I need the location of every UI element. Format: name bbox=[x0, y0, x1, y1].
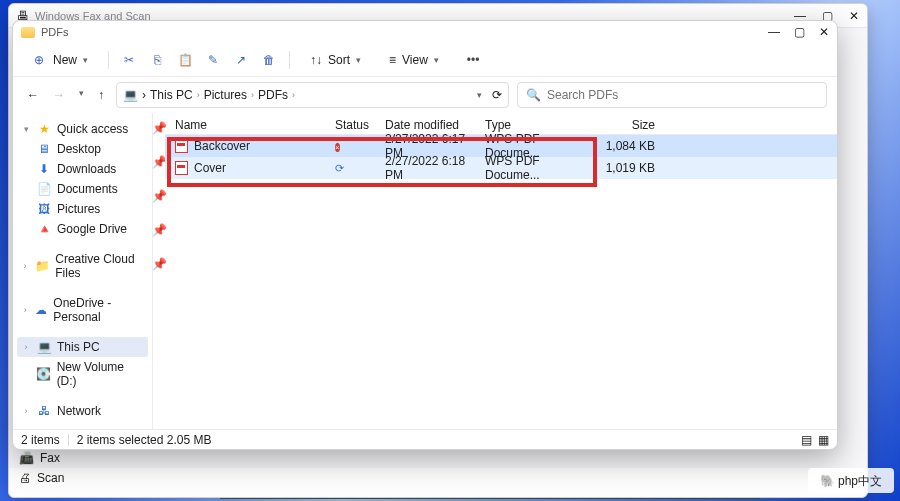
copy-button[interactable]: ⎘ bbox=[149, 52, 165, 68]
sidebar-item-desktop[interactable]: 🖥Desktop bbox=[17, 139, 148, 159]
chevron-down-icon: ▾ bbox=[83, 55, 88, 65]
chevron-down-icon: ▾ bbox=[356, 55, 361, 65]
plus-circle-icon: ⊕ bbox=[31, 52, 47, 68]
sidebar-item-googledrive[interactable]: 🔺Google Drive bbox=[17, 219, 148, 239]
view-icon: ≡ bbox=[389, 53, 396, 67]
rename-button[interactable]: ✎ bbox=[205, 52, 221, 68]
paste-button[interactable]: 📋 bbox=[177, 52, 193, 68]
status-sync-icon: ⟳ bbox=[335, 162, 344, 174]
thumbnails-view-button[interactable]: ▦ bbox=[818, 433, 829, 447]
share-button[interactable]: ↗ bbox=[233, 52, 249, 68]
up-button[interactable]: ↑ bbox=[98, 88, 104, 102]
more-button[interactable]: ••• bbox=[459, 49, 488, 71]
sidebar-item-documents[interactable]: 📄Documents bbox=[17, 179, 148, 199]
view-label: View bbox=[402, 53, 428, 67]
back-button[interactable]: ← bbox=[27, 88, 39, 102]
recent-locations-button[interactable]: ▾ bbox=[79, 88, 84, 102]
sidebar-onedrive[interactable]: ›☁OneDrive - Personal bbox=[17, 293, 148, 327]
col-date[interactable]: Date modified bbox=[385, 118, 485, 132]
pdf-icon bbox=[175, 161, 188, 175]
window-title: PDFs bbox=[41, 26, 69, 38]
col-type[interactable]: Type bbox=[485, 118, 595, 132]
status-error-icon: × bbox=[335, 143, 340, 152]
sidebar-new-volume[interactable]: 💽New Volume (D:) bbox=[17, 357, 148, 391]
separator bbox=[68, 434, 69, 446]
star-icon: ★ bbox=[37, 122, 51, 136]
col-size[interactable]: Size bbox=[595, 118, 655, 132]
file-size: 1,019 KB bbox=[595, 161, 655, 175]
file-date: 2/27/2022 6:18 PM bbox=[385, 154, 485, 182]
drive-icon: 🔺 bbox=[37, 222, 51, 236]
pdf-icon bbox=[175, 139, 188, 153]
scan-nav-item[interactable]: 🖨Scan bbox=[19, 468, 199, 488]
details-view-button[interactable]: ▤ bbox=[801, 433, 812, 447]
watermark: 🐘 php中文 bbox=[808, 468, 894, 493]
command-bar: ⊕ New ▾ ✂ ⎘ 📋 ✎ ↗ 🗑 ↑↓ Sort ▾ ≡ View ▾ •… bbox=[13, 43, 837, 77]
chevron-down-icon: ▾ bbox=[434, 55, 439, 65]
address-chevron-icon[interactable]: ▾ bbox=[477, 90, 482, 100]
network-icon: 🖧 bbox=[37, 404, 51, 418]
sort-label: Sort bbox=[328, 53, 350, 67]
sort-icon: ↑↓ bbox=[310, 53, 322, 67]
view-button[interactable]: ≡ View ▾ bbox=[381, 49, 447, 71]
close-button[interactable]: ✕ bbox=[849, 9, 859, 23]
file-name: Cover bbox=[194, 161, 226, 175]
explorer-titlebar[interactable]: PDFs — ▢ ✕ bbox=[13, 21, 837, 43]
pin-gutter: 📌 📌 📌 📌 📌 bbox=[153, 113, 165, 429]
navigation-pane: ▾★Quick access 🖥Desktop ⬇Downloads 📄Docu… bbox=[13, 113, 153, 429]
address-row: ← → ▾ ↑ 💻› This PC› Pictures› PDFs› ▾ ⟳ … bbox=[13, 77, 837, 113]
search-box[interactable]: 🔍 bbox=[517, 82, 827, 108]
document-icon: 📄 bbox=[37, 182, 51, 196]
pc-icon: 💻 bbox=[37, 340, 51, 354]
selection-info: 2 items selected 2.05 MB bbox=[77, 433, 212, 447]
separator bbox=[289, 51, 290, 69]
delete-button[interactable]: 🗑 bbox=[261, 52, 277, 68]
breadcrumb-pdfs[interactable]: PDFs› bbox=[258, 88, 295, 102]
minimize-button[interactable]: — bbox=[768, 25, 780, 39]
new-label: New bbox=[53, 53, 77, 67]
file-row[interactable]: Cover ⟳ 2/27/2022 6:18 PM WPS PDF Docume… bbox=[165, 157, 837, 179]
sidebar-creative-cloud[interactable]: ›📁Creative Cloud Files bbox=[17, 249, 148, 283]
search-icon: 🔍 bbox=[526, 88, 541, 102]
breadcrumb-thispc[interactable]: This PC› bbox=[150, 88, 200, 102]
file-size: 1,084 KB bbox=[595, 139, 655, 153]
search-input[interactable] bbox=[547, 88, 818, 102]
new-button[interactable]: ⊕ New ▾ bbox=[23, 48, 96, 72]
col-status[interactable]: Status bbox=[335, 118, 385, 132]
sidebar-this-pc[interactable]: ›💻This PC bbox=[17, 337, 148, 357]
file-name: Backcover bbox=[194, 139, 250, 153]
file-type: WPS PDF Docume... bbox=[485, 154, 595, 182]
folder-icon bbox=[21, 27, 35, 38]
forward-button[interactable]: → bbox=[53, 88, 65, 102]
pc-icon: 💻 bbox=[123, 88, 138, 102]
sidebar-item-pictures[interactable]: 🖼Pictures bbox=[17, 199, 148, 219]
refresh-button[interactable]: ⟳ bbox=[492, 88, 502, 102]
cut-button[interactable]: ✂ bbox=[121, 52, 137, 68]
file-explorer-window: PDFs — ▢ ✕ ⊕ New ▾ ✂ ⎘ 📋 ✎ ↗ 🗑 ↑↓ Sort ▾… bbox=[12, 20, 838, 450]
download-icon: ⬇ bbox=[37, 162, 51, 176]
sidebar-item-downloads[interactable]: ⬇Downloads bbox=[17, 159, 148, 179]
close-button[interactable]: ✕ bbox=[819, 25, 829, 39]
fax-nav-item[interactable]: 📠Fax bbox=[19, 448, 199, 468]
address-bar[interactable]: 💻› This PC› Pictures› PDFs› ▾ ⟳ bbox=[116, 82, 509, 108]
sidebar-quick-access[interactable]: ▾★Quick access bbox=[17, 119, 148, 139]
pictures-icon: 🖼 bbox=[37, 202, 51, 216]
file-list-pane: Name Status Date modified Type Size Back… bbox=[165, 113, 837, 429]
desktop-icon: 🖥 bbox=[37, 142, 51, 156]
drive-icon: 💽 bbox=[37, 367, 51, 381]
breadcrumb-pictures[interactable]: Pictures› bbox=[204, 88, 254, 102]
col-name[interactable]: Name bbox=[175, 118, 335, 132]
folder-icon: 📁 bbox=[35, 259, 49, 273]
item-count: 2 items bbox=[21, 433, 60, 447]
separator bbox=[108, 51, 109, 69]
sort-button[interactable]: ↑↓ Sort ▾ bbox=[302, 49, 369, 71]
maximize-button[interactable]: ▢ bbox=[794, 25, 805, 39]
status-bar: 2 items 2 items selected 2.05 MB ▤ ▦ bbox=[13, 429, 837, 449]
cloud-icon: ☁ bbox=[35, 303, 47, 317]
sidebar-network[interactable]: ›🖧Network bbox=[17, 401, 148, 421]
